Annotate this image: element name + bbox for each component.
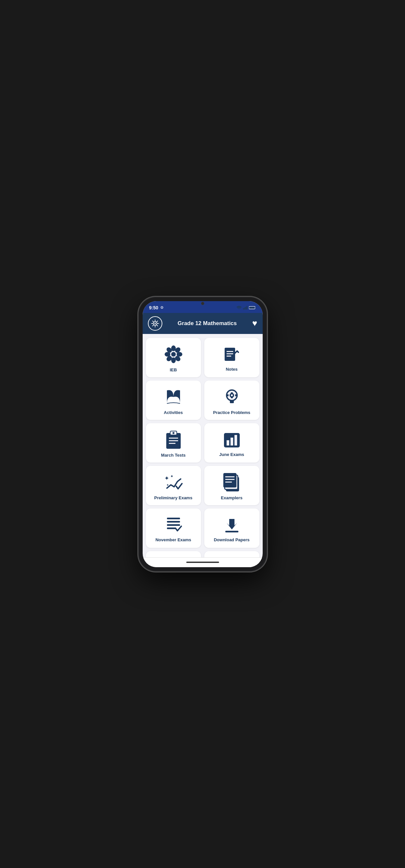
svg-line-15 [156, 321, 157, 322]
svg-rect-59 [223, 473, 237, 488]
wifi-icon [237, 306, 242, 310]
practice-problems-label: Practice Problems [213, 410, 250, 415]
download-papers-label: Download Papers [214, 537, 250, 542]
grid-item-activities[interactable]: Activities [146, 380, 201, 420]
activities-label: Activities [164, 410, 183, 415]
svg-rect-62 [225, 482, 232, 483]
svg-rect-61 [225, 479, 235, 480]
stacked-pages-icon [223, 472, 241, 492]
svg-rect-2 [245, 307, 246, 309]
svg-text:✦: ✦ [164, 475, 169, 482]
svg-rect-63 [167, 518, 180, 519]
svg-point-19 [171, 357, 176, 363]
svg-rect-40 [231, 397, 233, 398]
phone-screen: 9:50 ⊙ [143, 301, 263, 567]
november-exams-label: November Exams [155, 537, 191, 542]
svg-rect-43 [230, 401, 234, 403]
grid-item-k53-drivepro[interactable]: K53 DrivePro [146, 551, 201, 557]
favorite-icon[interactable]: ♥ [252, 318, 257, 329]
battery-icon [249, 306, 256, 310]
svg-rect-6 [255, 307, 256, 308]
notes-label: Notes [226, 367, 238, 372]
svg-rect-39 [231, 392, 233, 394]
svg-rect-41 [227, 394, 228, 396]
sparkle-chart-icon: ✦ ✦ ✦ [164, 472, 183, 492]
grid-item-november-exams[interactable]: November Exams [146, 508, 201, 548]
grid-item-preliminary-exams[interactable]: ✦ ✦ ✦ Preliminary Exams [146, 466, 201, 505]
grid-item-march-tests[interactable]: March Tests [146, 423, 201, 463]
app-logo [148, 316, 162, 331]
signal-icon [243, 306, 248, 310]
brain-gear-icon [222, 387, 242, 407]
page-title: Grade 12 Mathematics [162, 320, 252, 327]
svg-rect-49 [169, 443, 176, 444]
status-left: 9:50 ⊙ [149, 305, 163, 310]
grid-item-june-exams[interactable]: June Exams [204, 423, 259, 463]
app-header: Grade 12 Mathematics ♥ [143, 313, 263, 334]
clipboard-icon [164, 430, 183, 450]
main-grid: IEB Notes [143, 334, 263, 557]
svg-rect-29 [227, 351, 233, 352]
grid-item-disclaimer[interactable]: Disclaimer [204, 551, 259, 557]
svg-point-18 [171, 345, 176, 351]
svg-rect-66 [167, 527, 176, 529]
svg-line-34 [232, 355, 233, 358]
svg-rect-60 [225, 476, 235, 477]
svg-rect-30 [227, 353, 233, 354]
phone-shell: 9:50 ⊙ [139, 297, 267, 571]
svg-rect-5 [249, 307, 254, 309]
svg-rect-65 [167, 524, 180, 526]
status-right [237, 306, 256, 310]
svg-point-46 [173, 432, 175, 434]
svg-line-33 [237, 351, 239, 352]
grid-item-download-papers[interactable]: Download Papers [204, 508, 259, 548]
svg-point-20 [165, 352, 170, 356]
grid-item-ieb[interactable]: IEB [146, 338, 201, 377]
svg-rect-1 [244, 307, 245, 309]
status-time: 9:50 [149, 305, 158, 310]
home-indicator [186, 562, 219, 563]
grid-item-practice-problems[interactable]: Practice Problems [204, 380, 259, 420]
svg-rect-31 [227, 355, 231, 356]
notes-icon [223, 345, 241, 364]
svg-rect-52 [230, 438, 233, 445]
svg-line-13 [153, 321, 154, 322]
svg-line-16 [153, 324, 154, 326]
ieb-label: IEB [170, 367, 177, 372]
preliminary-exams-label: Preliminary Exams [154, 495, 192, 500]
svg-text:✦: ✦ [170, 474, 174, 478]
svg-rect-51 [227, 440, 229, 445]
list-check-icon [164, 516, 183, 534]
june-exams-label: June Exams [219, 452, 244, 457]
svg-rect-48 [169, 440, 178, 441]
svg-point-27 [171, 352, 176, 356]
svg-line-14 [156, 324, 157, 326]
svg-rect-64 [167, 521, 180, 523]
svg-rect-0 [243, 308, 244, 309]
svg-point-8 [154, 322, 155, 324]
svg-point-21 [177, 352, 182, 356]
svg-rect-53 [235, 435, 237, 445]
svg-rect-47 [169, 438, 178, 439]
svg-point-38 [231, 394, 233, 396]
march-tests-label: March Tests [161, 453, 186, 458]
grid-item-notes[interactable]: Notes [204, 338, 259, 377]
download-icon [223, 516, 241, 534]
camera [201, 302, 204, 305]
flower-icon [164, 344, 183, 364]
book-icon [164, 387, 183, 407]
svg-marker-68 [227, 519, 237, 529]
examplers-label: Examplers [221, 495, 243, 500]
grid-item-examplers[interactable]: Examplers [204, 466, 259, 505]
svg-rect-42 [235, 394, 237, 396]
svg-rect-3 [246, 306, 247, 309]
bar-chart-icon [223, 430, 241, 449]
bottom-bar [143, 557, 263, 567]
sync-icon: ⊙ [160, 305, 163, 310]
svg-rect-69 [225, 531, 239, 532]
